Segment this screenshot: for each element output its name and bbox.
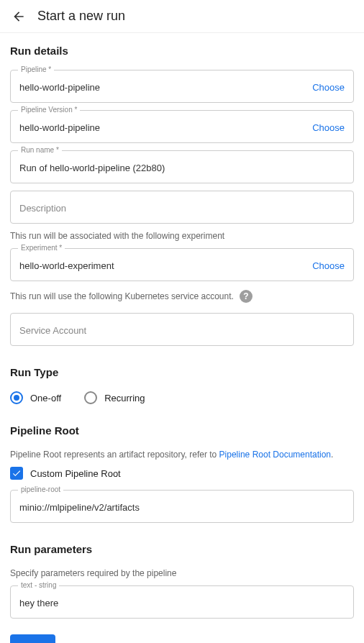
radio-one-off-label: One-off [30, 393, 61, 403]
param-text-label: text - string [18, 581, 59, 589]
pipeline-root-helper: Pipeline Root represents an artifact rep… [10, 450, 354, 460]
section-title-run-parameters: Run parameters [10, 543, 354, 555]
radio-icon-checked [10, 391, 23, 404]
custom-pipeline-root-label: Custom Pipeline Root [30, 468, 121, 479]
run-parameters-helper: Specify parameters required by the pipel… [10, 568, 354, 578]
back-arrow-icon[interactable] [12, 9, 26, 24]
description-input[interactable] [19, 203, 345, 214]
description-field[interactable] [10, 191, 354, 224]
pipeline-choose-button[interactable]: Choose [312, 82, 345, 93]
run-name-field[interactable]: Run name * [10, 150, 354, 183]
page-header: Start a new run [0, 0, 364, 33]
section-title-pipeline-root: Pipeline Root [10, 424, 354, 437]
custom-pipeline-root-checkbox-row[interactable]: Custom Pipeline Root [10, 467, 354, 480]
pipeline-root-helper-prefix: Pipeline Root represents an artifact rep… [10, 450, 219, 460]
experiment-label: Experiment * [18, 244, 65, 252]
pipeline-version-input[interactable] [19, 122, 306, 133]
service-account-helper-text: This run will use the following Kubernet… [10, 291, 234, 301]
pipeline-root-field[interactable]: pipeline-root [10, 490, 354, 523]
pipeline-version-label: Pipeline Version * [18, 106, 80, 114]
experiment-choose-button[interactable]: Choose [312, 260, 345, 271]
pipeline-root-input[interactable] [19, 502, 345, 513]
section-title-run-type: Run Type [10, 366, 354, 378]
run-name-label: Run name * [18, 146, 62, 154]
action-buttons: Start Cancel [10, 634, 354, 643]
start-button[interactable]: Start [10, 634, 55, 643]
param-text-field[interactable]: text - string [10, 585, 354, 619]
pipeline-version-field[interactable]: Pipeline Version * Choose [10, 110, 354, 143]
experiment-input[interactable] [19, 260, 306, 271]
radio-recurring-label: Recurring [104, 393, 145, 403]
help-icon[interactable]: ? [240, 290, 252, 303]
param-text-input[interactable] [19, 598, 345, 608]
experiment-helper-text: This run will be associated with the fol… [10, 231, 354, 241]
radio-recurring[interactable]: Recurring [84, 391, 145, 404]
service-account-field[interactable] [10, 313, 354, 346]
pipeline-label: Pipeline * [18, 65, 54, 73]
pipeline-field[interactable]: Pipeline * Choose [10, 70, 354, 103]
run-name-input[interactable] [19, 163, 345, 173]
content: Run details Pipeline * Choose Pipeline V… [0, 33, 364, 643]
run-type-radio-group: One-off Recurring [10, 391, 354, 404]
radio-one-off[interactable]: One-off [10, 391, 61, 404]
page-title: Start a new run [37, 9, 125, 24]
section-title-run-details: Run details [10, 45, 354, 57]
experiment-field[interactable]: Experiment * Choose [10, 248, 354, 281]
service-account-helper-row: This run will use the following Kubernet… [10, 290, 354, 303]
pipeline-input[interactable] [19, 82, 306, 93]
checkbox-checked-icon [10, 467, 23, 480]
radio-icon-unchecked [84, 391, 97, 404]
pipeline-root-helper-suffix: . [331, 450, 333, 460]
service-account-input[interactable] [19, 325, 345, 336]
pipeline-version-choose-button[interactable]: Choose [312, 122, 345, 133]
pipeline-root-doc-link[interactable]: Pipeline Root Documentation [219, 450, 331, 460]
pipeline-root-label: pipeline-root [18, 485, 63, 493]
